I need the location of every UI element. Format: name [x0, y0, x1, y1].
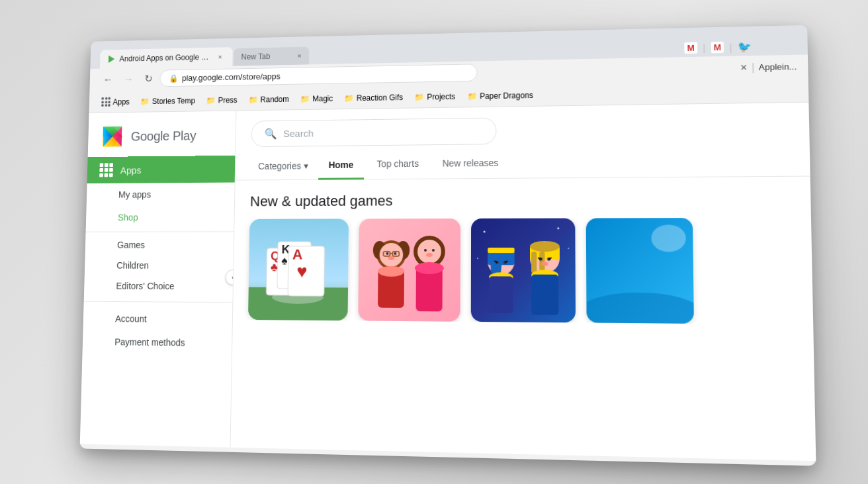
game-card-ocean[interactable] [586, 218, 694, 324]
bookmark-paper-dragons-label: Paper Dragons [480, 90, 533, 100]
children-label: Children [116, 260, 149, 271]
search-box[interactable]: 🔍 Search [251, 117, 496, 147]
svg-rect-60 [531, 274, 558, 315]
close-tab-button[interactable]: × [215, 52, 225, 62]
chevron-down-icon: ▾ [304, 160, 308, 171]
new-releases-label: New releases [443, 157, 499, 168]
bookmark-random[interactable]: 📁 Random [243, 92, 294, 105]
bookmark-reaction-gifs[interactable]: 📁 Reaction Gifs [339, 90, 408, 104]
svg-text:♣: ♣ [271, 260, 279, 273]
search-placeholder: Search [283, 127, 314, 138]
gmail-icon-2: M [711, 41, 724, 52]
address-bar[interactable]: 🔒 play.google.com/store/apps [159, 64, 477, 87]
play-logo-icon [100, 124, 125, 149]
divider-1: | [703, 42, 705, 52]
new-tab-label: New Tab [241, 52, 270, 61]
home-label: Home [328, 159, 353, 169]
svg-marker-0 [108, 55, 114, 62]
tab-new-tab[interactable]: New Tab × [234, 46, 309, 66]
tab-google-play[interactable]: Android Apps on Google Play × [100, 47, 233, 69]
sidebar-item-account[interactable]: Account [83, 307, 233, 331]
games-grid: Q ♣ K ♠ A ♥ [233, 217, 813, 324]
apps-icon [99, 163, 113, 177]
apps-grid-icon [101, 97, 110, 106]
bookmark-press-label: Press [218, 95, 238, 105]
folder-icon-2: 📁 [206, 95, 216, 105]
svg-rect-38 [471, 218, 576, 322]
tab-title: Android Apps on Google Play [119, 52, 211, 63]
bookmark-stories-temp[interactable]: 📁 Stories Temp [136, 94, 200, 108]
bookmark-projects-label: Projects [427, 91, 455, 101]
forward-button[interactable]: → [120, 70, 137, 87]
tab-favicon [107, 54, 116, 63]
bookmark-apps-label: Apps [112, 97, 129, 106]
bookmark-press[interactable]: 📁 Press [201, 93, 242, 107]
back-button[interactable]: ← [99, 71, 116, 87]
lock-icon: 🔒 [169, 73, 178, 83]
svg-rect-57 [531, 252, 537, 273]
sidebar: Google Play Apps [80, 111, 237, 447]
folder-icon-6: 📁 [415, 92, 425, 101]
apple-menu[interactable]: Applein... [759, 61, 797, 72]
sub-nav: Categories ▾ Home Top charts New release… [236, 146, 810, 180]
bookmark-projects[interactable]: 📁 Projects [410, 89, 460, 103]
refresh-button[interactable]: ↻ [141, 70, 157, 87]
svg-text:A: A [292, 246, 303, 262]
url-text: play.google.com/store/apps [182, 68, 468, 83]
story-game-image [358, 218, 460, 322]
my-apps-label: My apps [118, 189, 152, 199]
svg-text:♥: ♥ [296, 260, 308, 281]
sidebar-item-apps[interactable]: Apps [87, 155, 236, 183]
tab-new-releases[interactable]: New releases [432, 149, 509, 178]
folder-icon: 📁 [140, 97, 150, 106]
bookmark-paper-dragons[interactable]: 📁 Paper Dragons [462, 88, 539, 103]
sidebar-item-games[interactable]: Games [85, 234, 234, 255]
main-content: 🔍 Search Categories ▾ Home Top charts [230, 102, 816, 461]
gmail-icon-1: M [684, 42, 697, 53]
sidebar-item-children[interactable]: Children [85, 255, 234, 276]
sidebar-item-shop[interactable]: Shop [86, 205, 234, 228]
bookmark-random-label: Random [261, 94, 289, 103]
folder-icon-5: 📁 [344, 93, 354, 103]
bookmark-magic-label: Magic [312, 93, 333, 103]
shop-label: Shop [118, 212, 138, 222]
tab-home[interactable]: Home [318, 151, 364, 179]
sidebar-item-editors-choice[interactable]: Editors' Choice [84, 275, 233, 297]
solitaire-game-image: Q ♣ K ♠ A ♥ [248, 218, 349, 320]
svg-text:♠: ♠ [281, 254, 288, 267]
logo-text: Google Play [131, 128, 196, 143]
account-label: Account [115, 313, 147, 324]
categories-button[interactable]: Categories ▾ [251, 154, 316, 177]
sidebar-apps-label: Apps [120, 164, 142, 175]
categories-label: Categories [258, 160, 301, 171]
close-new-tab-button[interactable]: × [297, 52, 301, 60]
section-title: New & updated games [235, 176, 811, 218]
bookmark-label: Stories Temp [152, 96, 195, 105]
game-card-egypt[interactable] [471, 218, 576, 322]
egypt-game-image [471, 218, 576, 322]
tab-top-charts[interactable]: Top charts [367, 150, 429, 179]
folder-icon-3: 📁 [249, 95, 258, 104]
svg-rect-45 [488, 248, 514, 253]
sidebar-item-payment[interactable]: Payment methods [83, 330, 232, 355]
folder-icon-7: 📁 [467, 91, 477, 101]
games-label: Games [117, 240, 145, 250]
bookmark-reaction-label: Reaction Gifs [357, 92, 403, 102]
bookmark-apps[interactable]: Apps [97, 95, 135, 109]
editors-choice-label: Editors' Choice [116, 280, 174, 291]
close-icon[interactable]: ✕ [740, 62, 748, 72]
google-play-logo: Google Play [88, 111, 236, 157]
game-card-story[interactable] [358, 218, 460, 322]
ocean-game-image [586, 218, 694, 324]
folder-icon-4: 📁 [300, 94, 310, 103]
twitter-icon: 🐦 [738, 40, 752, 53]
payment-label: Payment methods [114, 336, 185, 348]
divider-2: | [729, 42, 732, 52]
game-card-solitaire[interactable]: Q ♣ K ♠ A ♥ [248, 218, 349, 320]
search-icon: 🔍 [264, 127, 277, 140]
bookmark-magic[interactable]: 📁 Magic [295, 91, 338, 105]
sidebar-item-my-apps[interactable]: My apps [87, 182, 235, 206]
svg-rect-17 [358, 218, 460, 322]
top-charts-label: Top charts [376, 158, 419, 169]
svg-rect-49 [489, 276, 513, 313]
